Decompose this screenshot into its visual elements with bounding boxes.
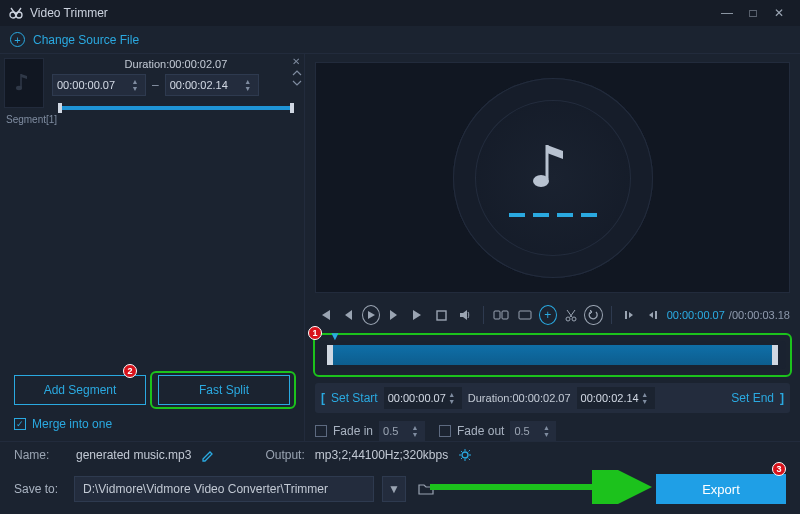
segment-start-input[interactable]: 00:00:00.07 ▲▼ (52, 74, 146, 96)
trim-times-row: [ Set Start 00:00:00.07▲▼ Duration:00:00… (315, 383, 790, 413)
range-dash: – (152, 78, 159, 92)
save-path-dropdown[interactable]: ▼ (382, 476, 406, 502)
callout-badge-1: 1 (308, 326, 322, 340)
app-logo-icon (8, 5, 24, 21)
close-button[interactable]: ✕ (766, 6, 792, 20)
segment-label: Segment[1] (0, 110, 304, 129)
app-title: Video Trimmer (30, 6, 108, 20)
bracket-left-icon: [ (321, 391, 325, 405)
svg-point-10 (566, 317, 570, 321)
stepper-up-icon[interactable]: ▲ (129, 78, 141, 85)
segment-duration: Duration:00:00:02.07 (52, 58, 300, 70)
checkbox-checked-icon: ✓ (14, 418, 26, 430)
time-total: /00:00:03.18 (729, 309, 790, 321)
stepper-up-icon[interactable]: ▲ (242, 78, 254, 85)
undo-button[interactable] (584, 305, 602, 325)
zoom-in-icon[interactable] (515, 304, 535, 326)
maximize-button[interactable]: □ (740, 6, 766, 20)
audio-disc-graphic (453, 78, 653, 278)
cut-icon[interactable] (561, 304, 581, 326)
equalizer-icon (509, 213, 597, 217)
highlight-box-2 (150, 371, 296, 409)
output-filename: generated music.mp3 (76, 448, 191, 462)
playback-controls: + 00:00:00.07/00:00:03.18 (315, 301, 790, 329)
trim-timeline[interactable] (319, 341, 786, 369)
trim-selection[interactable] (327, 345, 778, 365)
change-source-label: Change Source File (33, 33, 139, 47)
svg-point-5 (533, 175, 549, 187)
open-folder-icon[interactable] (414, 476, 438, 502)
add-segment-button[interactable]: Add Segment (14, 375, 146, 405)
callout-arrow (430, 470, 660, 504)
save-row: Save to: D:\Vidmore\Vidmore Video Conver… (0, 468, 800, 514)
svg-rect-7 (494, 311, 500, 319)
svg-point-11 (572, 317, 576, 321)
checkbox-unchecked-icon[interactable] (315, 425, 327, 437)
svg-line-2 (11, 8, 16, 15)
fade-out-group[interactable]: Fade out 0.5▲▼ (439, 421, 556, 441)
preview-area (315, 62, 790, 293)
stepper-down-icon[interactable]: ▼ (242, 85, 254, 92)
segment-moveup-icon[interactable] (292, 69, 302, 77)
segment-thumbnail[interactable] (4, 58, 44, 108)
volume-icon[interactable] (455, 304, 475, 326)
add-marker-button[interactable]: + (539, 305, 557, 325)
set-end-button[interactable]: Set End (731, 391, 774, 405)
svg-rect-6 (437, 311, 446, 320)
trim-start-input[interactable]: 00:00:00.07▲▼ (384, 387, 462, 409)
svg-point-4 (16, 86, 22, 90)
stepper-down-icon[interactable]: ▼ (129, 85, 141, 92)
segment-range-bar[interactable] (58, 106, 294, 110)
trim-end-input[interactable]: 00:00:02.14▲▼ (577, 387, 655, 409)
trim-duration: Duration:00:00:02.07 (468, 392, 571, 404)
segments-panel: ✕ Duration:00:00:02.07 00:00:00.07 ▲▼ – (0, 54, 305, 441)
music-note-icon (531, 139, 575, 195)
callout-badge-2: 2 (123, 364, 137, 378)
save-path-input[interactable]: D:\Vidmore\Vidmore Video Converter\Trimm… (74, 476, 374, 502)
checkbox-unchecked-icon[interactable] (439, 425, 451, 437)
bracket-start-icon[interactable] (619, 304, 639, 326)
fade-row: Fade in 0.5▲▼ Fade out 0.5▲▼ (315, 421, 790, 441)
output-info-row: Name: generated music.mp3 Output: mp3;2;… (0, 441, 800, 468)
change-source-row[interactable]: + Change Source File (0, 26, 800, 54)
zoom-out-icon[interactable] (492, 304, 512, 326)
merge-into-one-checkbox[interactable]: ✓ Merge into one (0, 413, 304, 441)
svg-rect-9 (519, 311, 531, 319)
svg-point-12 (462, 452, 468, 458)
rename-icon[interactable] (201, 448, 215, 462)
output-settings-icon[interactable] (458, 448, 472, 462)
segment-end-input[interactable]: 00:00:02.14 ▲▼ (165, 74, 259, 96)
callout-badge-3: 3 (772, 462, 786, 476)
export-button[interactable]: Export (656, 474, 786, 504)
fade-out-value[interactable]: 0.5▲▼ (510, 421, 556, 441)
bracket-right-icon: ] (780, 391, 784, 405)
step-forward-icon[interactable] (384, 304, 404, 326)
time-current: 00:00:00.07 (667, 309, 725, 321)
output-format: mp3;2;44100Hz;320kbps (315, 448, 448, 462)
stop-icon[interactable] (431, 304, 451, 326)
svg-line-3 (16, 8, 21, 15)
play-button[interactable] (362, 305, 380, 325)
segment-movedown-icon[interactable] (292, 79, 302, 87)
set-start-button[interactable]: Set Start (331, 391, 378, 405)
step-back-icon[interactable] (339, 304, 359, 326)
skip-end-icon[interactable] (408, 304, 428, 326)
plus-icon: + (10, 32, 25, 47)
title-bar: Video Trimmer — □ ✕ (0, 0, 800, 26)
bracket-end-icon[interactable] (643, 304, 663, 326)
minimize-button[interactable]: — (714, 6, 740, 20)
svg-rect-8 (502, 311, 508, 319)
fade-in-group[interactable]: Fade in 0.5▲▼ (315, 421, 425, 441)
fade-in-value[interactable]: 0.5▲▼ (379, 421, 425, 441)
skip-start-icon[interactable] (315, 304, 335, 326)
segment-remove-icon[interactable]: ✕ (292, 56, 302, 67)
